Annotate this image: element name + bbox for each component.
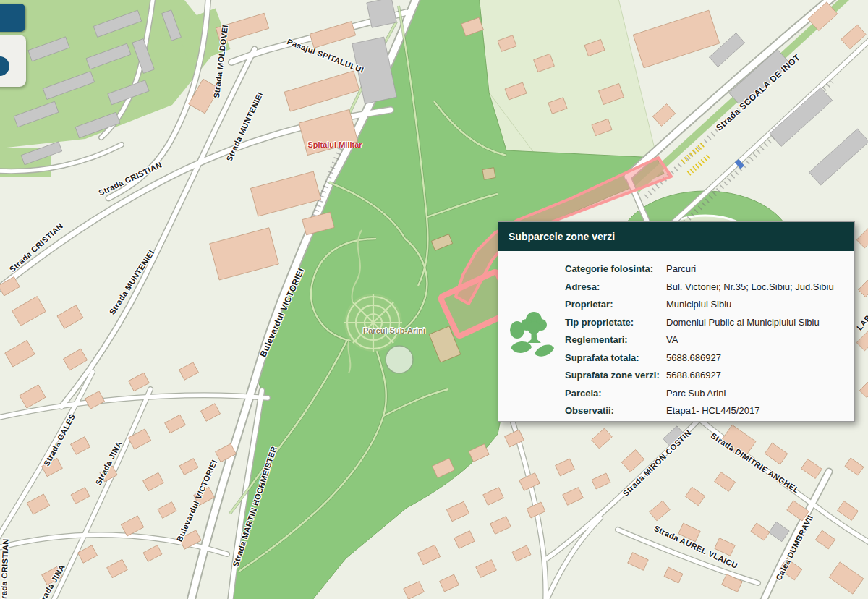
popup-field-row: Adresa:Bul. Victoriei; Nr.35; Loc.Sibiu;…	[565, 281, 848, 292]
popup-field-row: Categorie folosinta:Parcuri	[565, 263, 848, 274]
field-value: Etapa1- HCL445/2017	[666, 405, 848, 416]
field-value: Municipiul Sibiu	[666, 299, 848, 310]
field-label: Adresa:	[565, 281, 666, 292]
info-popup: Subparcele zone verzi Cat	[498, 221, 855, 422]
field-value: Parc Sub Arini	[666, 388, 848, 399]
popup-field-row: Suprafata totala:5688.686927	[565, 352, 848, 363]
field-value: VA	[666, 334, 848, 345]
poi-label: Parcul Sub-Arini	[363, 326, 425, 335]
field-label: Parcela:	[565, 388, 666, 399]
popup-field-row: Parcela:Parc Sub Arini	[565, 388, 848, 399]
popup-field-row: Observatii:Etapa1- HCL445/2017	[565, 405, 848, 416]
field-value: Bul. Victoriei; Nr.35; Loc.Sibiu; Jud.Si…	[666, 281, 848, 292]
popup-field-row: Suprafata zone verzi:5688.686927	[565, 370, 848, 381]
field-value: Domeniul Public al Municipiului Sibiu	[666, 317, 848, 328]
field-label: Proprietar:	[565, 299, 666, 310]
control-button[interactable]	[0, 56, 9, 76]
field-value: 5688.686927	[666, 370, 848, 381]
field-label: Tip proprietate:	[565, 317, 666, 328]
popup-title: Subparcele zone verzi	[498, 222, 854, 251]
field-value: Parcuri	[666, 263, 848, 274]
field-label: Reglementari:	[565, 334, 666, 345]
popup-field-row: Proprietar:Municipiul Sibiu	[565, 299, 848, 310]
field-label: Suprafata zone verzi:	[565, 370, 666, 381]
popup-fields: Categorie folosinta:ParcuriAdresa:Bul. V…	[565, 251, 854, 422]
map-tool-button[interactable]	[0, 4, 25, 32]
field-label: Observatii:	[565, 405, 666, 416]
map-controls-panel[interactable]	[0, 35, 26, 87]
popup-field-row: Tip proprietate:Domeniul Public al Munic…	[565, 317, 848, 328]
field-label: Categorie folosinta:	[565, 263, 666, 274]
field-value: 5688.686927	[666, 352, 848, 363]
popup-field-row: Reglementari:VA	[565, 334, 848, 345]
park-pond	[386, 346, 413, 373]
field-label: Suprafata totala:	[565, 352, 666, 363]
park-trees-icon	[506, 309, 557, 362]
app-root: { "popup": { "title": "Subparcele zone v…	[0, 0, 868, 599]
poi-label: Spitalul Militar	[307, 140, 362, 149]
